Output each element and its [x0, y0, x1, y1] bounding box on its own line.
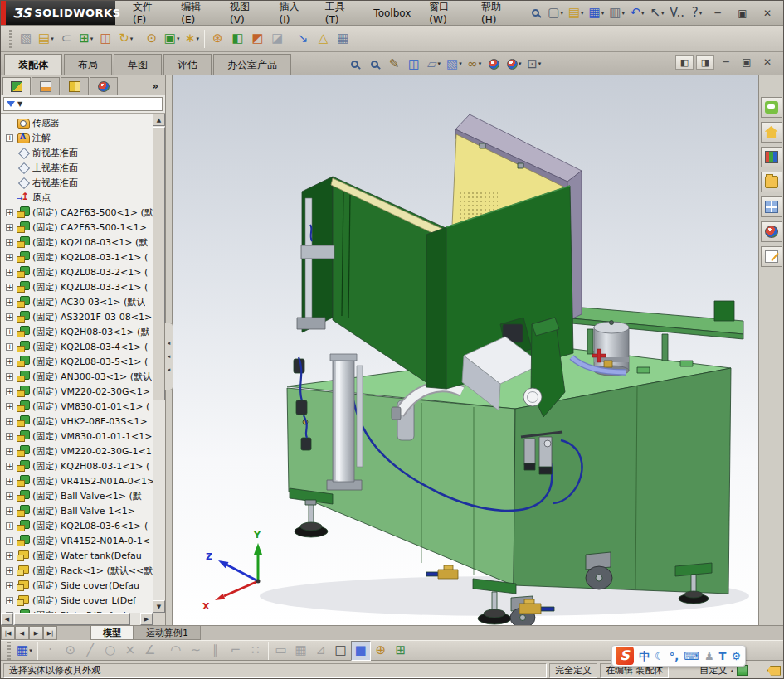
doc-close-button[interactable]: ✕	[758, 55, 777, 70]
tree-item[interactable]: (固定) Side cover(Defau	[2, 578, 153, 593]
expand-icon[interactable]	[6, 373, 13, 381]
tree-item[interactable]: (固定) Side cover L(Def	[2, 593, 153, 608]
insert-component-button[interactable]: ▧ ▾	[16, 29, 36, 49]
tree-item[interactable]: (固定) VR4152-N01A-0-1<	[2, 533, 153, 548]
expand-icon[interactable]	[6, 284, 13, 291]
expand-icon[interactable]	[6, 298, 13, 306]
tree-item[interactable]: (固定) VHK2-08F-03S<1>	[2, 414, 153, 429]
scroll-right-icon[interactable]: ▶	[140, 613, 153, 625]
doc-restore-button[interactable]: ▣	[738, 55, 756, 70]
toolbar-grip[interactable]	[7, 642, 11, 660]
mate-button[interactable]: ⊞ ▾	[76, 29, 96, 49]
toolbar-grip[interactable]	[9, 30, 12, 48]
external-references-button[interactable]: ◩ ▾	[247, 29, 267, 49]
tab-nav-button[interactable]: ◀	[15, 626, 29, 640]
account-icon[interactable]: ♟	[704, 651, 714, 662]
tree-item[interactable]: (固定) KQ2L08-03<1> (默	[2, 235, 153, 250]
expand-icon[interactable]	[6, 433, 13, 440]
expand-icon[interactable]	[6, 582, 13, 589]
displaymanager-tab[interactable]	[90, 77, 118, 95]
propertymanager-tab[interactable]	[32, 77, 60, 95]
tree-item[interactable]: (固定) Rack<1> (默认<<默	[2, 563, 153, 578]
menu-item[interactable]: 文件(F)	[124, 0, 172, 29]
apply-scene-button[interactable]: ▾	[504, 54, 524, 74]
featuremanager-tab[interactable]	[2, 77, 31, 95]
menu-item[interactable]: 插入(I)	[270, 0, 316, 29]
section-view-button[interactable]: ◫ ▾	[404, 54, 424, 74]
arc-tool-button[interactable]: ◠ ▾	[166, 641, 186, 661]
close-button[interactable]: ✕	[757, 6, 778, 21]
tree-filter-input[interactable]: ▼	[3, 97, 163, 111]
undo-button[interactable]: ↶ ▾	[627, 3, 647, 23]
assembly-model[interactable]: Y Z X	[173, 75, 758, 625]
tree-item[interactable]: (固定) AC30-03<1> (默认	[2, 294, 153, 309]
halfwidth-mode-icon[interactable]: ☾	[655, 651, 665, 662]
tree-item[interactable]: (固定) VM830-01-01<1> (	[2, 399, 153, 414]
tree-item[interactable]: (固定) CA2F63-500-1<1>	[2, 220, 153, 235]
tree-item[interactable]: (固定) KQ2L08-03-5<1> (	[2, 354, 153, 369]
menu-item[interactable]: 工具(T)	[316, 0, 365, 29]
scroll-up-icon[interactable]: ▲	[153, 114, 165, 126]
search-button[interactable]: ▾	[525, 3, 545, 23]
expand-icon[interactable]	[6, 358, 13, 366]
show-hidden-components-button[interactable]: ◧ ▾	[227, 29, 247, 49]
tree-item[interactable]: 右视基准面	[2, 175, 153, 190]
configurationmanager-tab[interactable]	[61, 77, 89, 95]
tree-item[interactable]: (固定) AN300-03<1> (默认	[2, 369, 153, 384]
tree-item[interactable]: (固定) Water tank(Defau	[2, 548, 153, 563]
display-style-button[interactable]: ▧ ▾	[444, 54, 465, 74]
new-button[interactable]: ▢ ▾	[545, 3, 566, 23]
panel-chevron[interactable]: »	[152, 80, 163, 95]
line-tool-button[interactable]: ╱ ▾	[80, 641, 100, 661]
spline-tool-button[interactable]: ∼ ▾	[186, 641, 206, 661]
offset-tool-button[interactable]: ∥ ▾	[206, 641, 226, 661]
expand-icon[interactable]	[6, 537, 13, 545]
tree-item[interactable]: (固定) KQ2L08-03-2<1> (	[2, 264, 153, 279]
custom-properties-icon[interactable]	[761, 246, 782, 267]
tree-vertical-scrollbar[interactable]: ▲ ▼	[153, 114, 165, 613]
pane-left-icon[interactable]: ◧	[675, 55, 694, 70]
expand-icon[interactable]	[6, 507, 13, 515]
command-tab[interactable]: 办公室产品	[213, 54, 291, 75]
expand-icon[interactable]	[6, 224, 13, 231]
open-part-button[interactable]: ▤ ▾	[36, 29, 56, 49]
reference-geometry-button[interactable]: ↘ ▾	[293, 29, 313, 49]
help-button[interactable]: ? ▾	[687, 3, 707, 23]
expand-icon[interactable]	[6, 343, 13, 351]
expand-icon[interactable]	[6, 209, 13, 216]
interference-detection-button[interactable]: △ ▾	[313, 29, 333, 49]
circle-tool-button[interactable]: ⊙ ▾	[61, 641, 80, 661]
smart-fasteners-button[interactable]: ⊙ ▾	[142, 29, 162, 49]
select-button[interactable]: ↖ ▾	[647, 3, 667, 23]
zoom-to-area-button[interactable]: ▾	[364, 54, 384, 74]
document-tab[interactable]: 运动算例1	[134, 626, 201, 640]
view-palette-icon[interactable]	[761, 196, 782, 217]
tab-nav-button[interactable]: ▶	[29, 626, 43, 640]
expand-icon[interactable]	[6, 269, 13, 276]
assembly-features-button[interactable]: ⊛ ▾	[207, 29, 227, 49]
tab-nav-button[interactable]: |◀	[1, 626, 15, 640]
quick-snaps-button[interactable]: V.. ▾	[667, 3, 687, 23]
tree-item[interactable]: (固定) VM830-01-01-1<1>	[2, 429, 153, 444]
command-tab[interactable]: 布局	[64, 54, 112, 75]
ellipse-tool-button[interactable]: ○ ▾	[100, 641, 120, 661]
appearances-icon[interactable]	[761, 221, 782, 242]
view-orientation-button[interactable]: ▱ ▾	[424, 54, 444, 74]
expand-icon[interactable]	[6, 418, 13, 425]
doc-minimize-button[interactable]: ─	[717, 55, 735, 70]
expand-icon[interactable]	[6, 313, 13, 321]
expand-icon[interactable]	[6, 522, 13, 530]
tag-icon[interactable]	[767, 666, 781, 676]
expand-icon[interactable]	[6, 403, 13, 410]
assembly-sketch-button[interactable]: ∗ ▾	[182, 29, 202, 49]
wireframe-display-button[interactable]: □ ▾	[331, 641, 351, 661]
tree-item[interactable]: 前视基准面	[2, 145, 153, 160]
soft-keyboard-icon[interactable]: ⌨	[684, 651, 699, 662]
view-settings-button[interactable]: ⊡ ▾	[524, 54, 544, 74]
expand-icon[interactable]	[6, 239, 13, 246]
corner-rectangle-button[interactable]: ⌐ ▾	[226, 641, 246, 661]
vertical-scroll-thumb[interactable]	[153, 127, 165, 400]
solidworks-resources-icon[interactable]	[761, 97, 782, 118]
home-icon[interactable]	[761, 122, 782, 143]
expand-icon[interactable]	[6, 478, 13, 485]
